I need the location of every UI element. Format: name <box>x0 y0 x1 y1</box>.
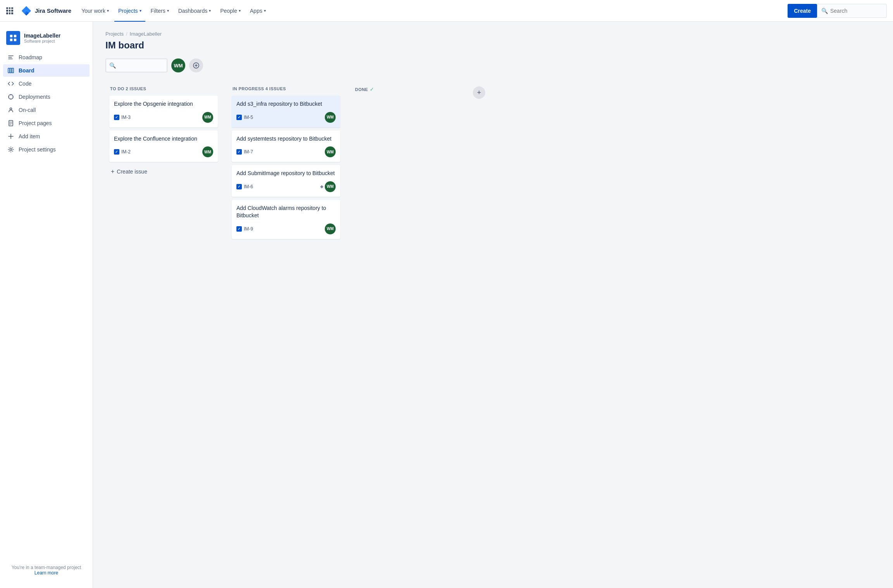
card-checkbox-icon <box>114 149 119 155</box>
card-title: Add systemtests repository to Bitbucket <box>236 135 336 143</box>
card-avatar: WM <box>325 224 336 234</box>
column-title: DONE <box>355 87 368 92</box>
card-footer: IM-9 WM <box>236 224 336 234</box>
top-navigation: Jira Software Your work▾Projects▾Filters… <box>0 0 893 22</box>
board-card-c1[interactable]: Explore the Opsgenie integration IM-3 WM <box>109 96 218 127</box>
nav-item-projects[interactable]: Projects▾ <box>114 3 145 19</box>
sidebar-item-label: On-call <box>19 107 36 113</box>
create-button[interactable]: Create <box>788 4 817 18</box>
card-avatar: WM <box>325 112 336 123</box>
board-toolbar: 🔍 WM <box>105 58 884 72</box>
sidebar-item-add-item[interactable]: Add item <box>3 130 90 143</box>
sidebar-footer-link[interactable]: Learn more <box>34 570 58 576</box>
nav-item-dashboards[interactable]: Dashboards▾ <box>174 3 215 19</box>
chevron-icon: ▾ <box>140 9 141 13</box>
oncall-icon <box>7 107 15 113</box>
card-title: Add SubmitImage repository to Bitbucket <box>236 170 336 177</box>
sidebar-item-oncall[interactable]: On-call <box>3 104 90 116</box>
chevron-icon: ▾ <box>264 9 266 13</box>
roadmap-icon <box>7 54 15 60</box>
svg-rect-3 <box>14 39 16 41</box>
card-issue-id: IM-3 <box>121 115 131 120</box>
nav-item-your-work[interactable]: Your work▾ <box>78 3 113 19</box>
column-inprogress: IN PROGRESS 4 ISSUES Add s3_infra reposi… <box>228 82 344 247</box>
card-title: Add CloudWatch alarms repository to Bitb… <box>236 205 336 220</box>
card-id: IM-9 <box>236 226 253 232</box>
add-column-area: + <box>473 82 485 99</box>
nav-item-apps[interactable]: Apps▾ <box>246 3 270 19</box>
create-issue-label: Create issue <box>117 168 147 175</box>
board-search-input[interactable] <box>118 62 161 69</box>
card-title: Explore the Opsgenie integration <box>114 100 213 108</box>
project-info: ImageLabeller Software project <box>24 33 60 43</box>
card-avatar: WM <box>325 146 336 157</box>
column-done: DONE ✓ <box>355 86 374 92</box>
nav-label: Your work <box>81 8 105 14</box>
card-issue-id: IM-6 <box>244 184 253 189</box>
breadcrumb-separator: / <box>126 31 128 37</box>
svg-rect-5 <box>10 68 12 73</box>
nav-item-filters[interactable]: Filters▾ <box>147 3 173 19</box>
card-checkbox-icon <box>114 115 119 120</box>
svg-rect-0 <box>10 35 12 37</box>
done-checkmark-icon: ✓ <box>370 86 374 92</box>
column-title: IN PROGRESS 4 ISSUES <box>233 86 286 91</box>
card-issue-id: IM-9 <box>244 226 253 232</box>
board-card-c6[interactable]: Add CloudWatch alarms repository to Bitb… <box>232 200 340 239</box>
main-nav: Your work▾Projects▾Filters▾Dashboards▾Pe… <box>78 3 786 19</box>
sidebar-item-label: Code <box>19 81 31 87</box>
search-icon: 🔍 <box>821 8 828 14</box>
card-checkbox-icon <box>236 184 242 189</box>
sidebar-nav: Roadmap Board Code Deployments On-call P… <box>0 51 93 156</box>
logo[interactable]: Jira Software <box>6 5 71 16</box>
sidebar-item-project-pages[interactable]: Project pages <box>3 117 90 129</box>
nav-label: People <box>220 8 237 14</box>
breadcrumb: Projects / ImageLabeller <box>105 31 884 37</box>
sidebar-item-deployments[interactable]: Deployments <box>3 91 90 103</box>
sidebar-item-roadmap[interactable]: Roadmap <box>3 51 90 64</box>
jira-logo-icon <box>21 5 32 16</box>
add-column-button[interactable]: + <box>473 86 485 99</box>
svg-rect-4 <box>8 68 10 73</box>
avatar-add-button[interactable] <box>189 58 203 72</box>
board-card-c4[interactable]: Add systemtests repository to Bitbucket … <box>232 131 340 162</box>
deployments-icon <box>7 94 15 100</box>
sidebar-item-code[interactable]: Code <box>3 77 90 90</box>
sidebar-item-label: Project settings <box>19 146 56 153</box>
sidebar-item-label: Project pages <box>19 120 52 126</box>
global-search-box[interactable]: 🔍 <box>817 4 887 18</box>
nav-label: Dashboards <box>178 8 208 14</box>
card-footer: IM-3 WM <box>114 112 213 123</box>
board-card-c2[interactable]: Explore the Confluence integration IM-2 … <box>109 131 218 162</box>
app-layout: ImageLabeller Software project Roadmap B… <box>0 0 893 588</box>
card-id: IM-3 <box>114 115 131 120</box>
board-columns: TO DO 2 ISSUES Explore the Opsgenie inte… <box>105 82 884 247</box>
card-checkbox-icon <box>236 149 242 155</box>
nav-item-people[interactable]: People▾ <box>216 3 245 19</box>
settings-icon <box>7 146 15 153</box>
sidebar-item-project-settings[interactable]: Project settings <box>3 143 90 156</box>
svg-point-10 <box>10 149 12 151</box>
card-footer: IM-6 ◆ WM <box>236 181 336 192</box>
card-checkbox-icon <box>236 115 242 120</box>
breadcrumb-projects[interactable]: Projects <box>105 31 124 37</box>
board-card-c5[interactable]: Add SubmitImage repository to Bitbucket … <box>232 165 340 197</box>
breadcrumb-imagelabeller[interactable]: ImageLabeller <box>130 31 162 37</box>
code-icon <box>7 81 15 87</box>
card-id: IM-2 <box>114 149 131 155</box>
column-todo: TO DO 2 ISSUES Explore the Opsgenie inte… <box>105 82 222 183</box>
avatar-wm-1[interactable]: WM <box>171 58 185 72</box>
column-header-inprogress: IN PROGRESS 4 ISSUES <box>232 86 340 91</box>
search-input[interactable] <box>830 8 877 14</box>
column-title: TO DO 2 ISSUES <box>110 86 146 91</box>
sidebar-footer-text: You're in a team-managed project <box>12 565 81 570</box>
board-search-box[interactable]: 🔍 <box>105 58 167 72</box>
sidebar-item-label: Board <box>19 67 34 74</box>
create-issue-button[interactable]: + Create issue <box>109 165 218 178</box>
svg-rect-2 <box>10 39 12 41</box>
sidebar-item-board[interactable]: Board <box>3 64 90 77</box>
story-point-icon: ◆ <box>320 184 323 189</box>
project-icon <box>6 31 20 45</box>
board-card-c3[interactable]: Add s3_infra repository to Bitbucket IM-… <box>232 96 340 127</box>
board-icon <box>7 67 15 74</box>
